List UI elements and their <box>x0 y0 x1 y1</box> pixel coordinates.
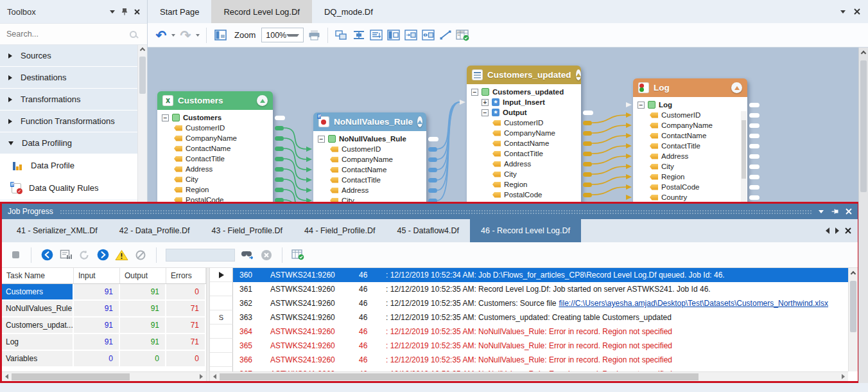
job-tab-41-serializer-xml-df[interactable]: 41 - Serializer_XML.Df <box>6 219 108 242</box>
output-port-stub[interactable] <box>749 134 759 138</box>
node-field-row[interactable]: ContactName <box>633 130 747 141</box>
output-port-stub[interactable] <box>749 185 759 190</box>
panel-close-icon[interactable] <box>846 208 852 215</box>
collapse-tree-icon[interactable]: − <box>318 136 325 143</box>
output-port-stub[interactable] <box>583 121 592 125</box>
document-tab-record-level-log-df[interactable]: Record Level Log.Df <box>211 0 312 23</box>
node-field-row[interactable]: ContactName <box>157 143 273 154</box>
next-error-button[interactable] <box>96 248 109 262</box>
scroll-right-icon[interactable] <box>200 374 203 379</box>
job-report-button[interactable] <box>59 248 72 262</box>
toolbox-category-destinations[interactable]: Destinations <box>0 67 137 89</box>
toggle-panel-button[interactable] <box>213 28 227 43</box>
input-port-arrow[interactable] <box>626 174 632 179</box>
output-port-stub[interactable] <box>275 116 285 120</box>
toolbox-category-transformations[interactable]: Transformations <box>0 89 137 111</box>
output-port-stub[interactable] <box>428 168 437 172</box>
output-port-stub[interactable] <box>428 157 437 162</box>
input-port-arrow[interactable] <box>626 102 632 107</box>
toolbox-category-function-transformations[interactable]: Function Transformations <box>0 111 137 132</box>
align-siblings-button[interactable] <box>334 28 349 43</box>
output-port-stub[interactable] <box>275 177 284 182</box>
output-port-stub[interactable] <box>275 126 284 130</box>
node-field-row[interactable]: Address <box>467 159 581 169</box>
output-port-stub[interactable] <box>428 188 437 193</box>
log-row[interactable]: 366ASTWKS241:926046: 12/12/2019 10:52:35… <box>210 353 848 367</box>
expand-tree-icon[interactable]: + <box>482 99 489 106</box>
log-search-input[interactable] <box>166 249 235 262</box>
undo-dropdown-icon[interactable] <box>171 34 175 37</box>
job-tab-close-icon[interactable] <box>845 227 851 234</box>
node-field-row[interactable]: ContactTitle <box>467 148 581 159</box>
node-field-row[interactable]: CustomerID <box>467 118 581 128</box>
expand-collapse-button[interactable] <box>386 28 401 43</box>
toolbox-close-icon[interactable] <box>134 9 140 15</box>
scroll-up-icon[interactable] <box>140 48 145 53</box>
log-row[interactable]: 361ASTWKS241:926046: 12/12/2019 10:52:35… <box>210 282 848 296</box>
collapse-tree-icon[interactable]: − <box>471 89 478 96</box>
output-port-stub[interactable] <box>749 175 759 179</box>
task-column-header[interactable]: Errors <box>166 268 206 283</box>
node-field-row[interactable]: Region <box>157 184 273 195</box>
log-file-link[interactable]: file://C:\Users\ayesha.amjad\Desktop\Tes… <box>559 299 829 308</box>
scrollbar-thumb[interactable] <box>139 57 146 94</box>
collapse-tree-icon[interactable]: − <box>162 114 169 121</box>
panel-menu-icon[interactable] <box>819 210 824 213</box>
refresh-button[interactable] <box>78 248 91 262</box>
node-field-row[interactable]: ContactTitle <box>313 175 426 185</box>
node-field-row[interactable]: ContactName <box>467 138 581 148</box>
expand-right-button[interactable] <box>404 28 418 43</box>
scroll-up-icon[interactable] <box>851 271 856 276</box>
output-port-stub[interactable] <box>583 183 592 187</box>
scroll-right-icon[interactable] <box>842 374 845 379</box>
toolbox-category-data-profiling[interactable]: Data Profiling <box>0 132 137 154</box>
task-row[interactable]: Customers_updat...919171 <box>2 317 206 334</box>
node-field-row[interactable]: Country <box>633 192 747 202</box>
input-port-arrow[interactable] <box>306 147 312 152</box>
task-row[interactable]: Variables000 <box>2 351 206 368</box>
tab-list-dropdown-icon[interactable] <box>840 10 846 13</box>
task-horizontal-scrollbar[interactable] <box>2 371 206 381</box>
output-port-stub[interactable] <box>428 137 438 141</box>
node-field-row[interactable]: ContactTitle <box>157 154 273 164</box>
scroll-tabs-left-icon[interactable] <box>826 227 829 234</box>
node-scrollbar[interactable] <box>741 111 747 202</box>
scrollbar-thumb[interactable] <box>860 60 867 192</box>
input-port-arrow[interactable] <box>626 143 632 148</box>
output-port-stub[interactable] <box>583 131 592 136</box>
link-style-button[interactable] <box>438 28 453 43</box>
input-port-arrow[interactable] <box>626 123 632 128</box>
input-port-arrow[interactable] <box>460 100 465 105</box>
clear-filter-button[interactable] <box>134 248 147 262</box>
panel-pin-icon[interactable] <box>831 208 838 215</box>
output-port-stub[interactable] <box>583 172 592 177</box>
toolbox-scrollbar[interactable] <box>137 45 147 202</box>
node-field-row[interactable]: CompanyName <box>157 133 273 143</box>
dataflow-node-customers[interactable]: Customers−CustomersCustomerIDCompanyName… <box>157 91 273 202</box>
toolbox-search-input[interactable] <box>6 30 130 39</box>
scroll-tabs-right-icon[interactable] <box>835 227 839 234</box>
auto-layout-button[interactable] <box>369 28 383 43</box>
panel-grip[interactable] <box>60 209 812 215</box>
node-field-row[interactable]: Address <box>313 185 426 195</box>
output-port-stub[interactable] <box>583 111 593 115</box>
node-field-row[interactable]: Region <box>467 179 581 190</box>
collapse-tree-icon[interactable]: − <box>482 109 489 116</box>
distribute-vertical-button[interactable] <box>352 28 366 43</box>
input-port-arrow[interactable] <box>626 133 632 138</box>
log-row[interactable]: S363ASTWKS241:926046: 12/12/2019 10:52:3… <box>210 310 848 325</box>
previous-error-button[interactable] <box>40 248 53 262</box>
collapse-node-button[interactable] <box>731 82 742 93</box>
document-close-icon[interactable] <box>854 8 860 15</box>
scroll-left-icon[interactable] <box>213 374 216 379</box>
output-port-stub[interactable] <box>749 103 759 107</box>
output-port-stub[interactable] <box>428 147 437 152</box>
node-field-row[interactable]: Address <box>633 151 747 161</box>
output-port-stub[interactable] <box>275 157 284 161</box>
output-port-stub[interactable] <box>583 152 592 156</box>
output-port-stub[interactable] <box>749 154 759 159</box>
node-field-row[interactable]: ContactTitle <box>633 141 747 151</box>
show-warnings-button[interactable] <box>115 248 128 262</box>
node-field-row[interactable]: CompanyName <box>313 154 426 165</box>
node-field-row[interactable]: City <box>633 161 747 172</box>
